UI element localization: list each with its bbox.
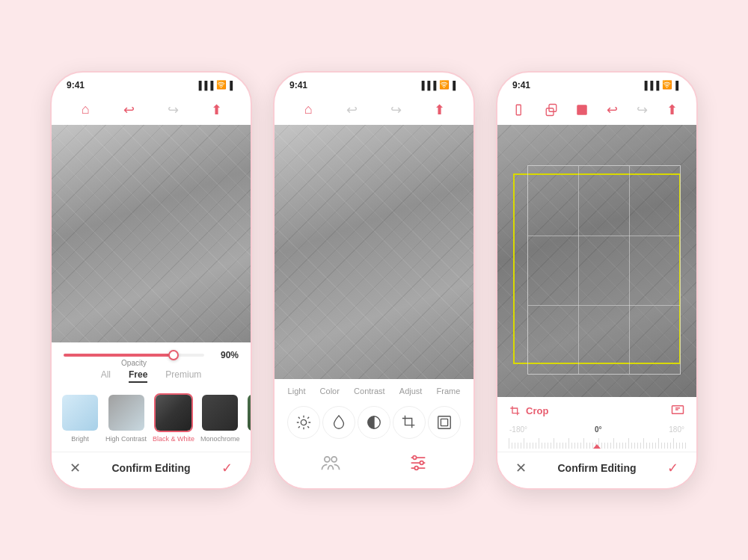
redo-icon[interactable]: ↪ [162, 99, 183, 120]
image-area-3 [497, 125, 696, 397]
crop-title-area: Crop [509, 405, 548, 417]
edit-panel: Light Color Contrast Adjust Frame [275, 379, 473, 488]
copy-icon[interactable] [541, 99, 562, 120]
redo-icon-2[interactable]: ↪ [385, 99, 406, 120]
tab-light[interactable]: Light [288, 387, 306, 396]
filter-list: Bright High Contrast Black & White Monoc… [52, 389, 251, 452]
tab-contrast[interactable]: Contrast [354, 387, 385, 396]
tab-adjust[interactable]: Adjust [399, 387, 423, 396]
svg-line-5 [298, 416, 300, 418]
svg-point-17 [413, 455, 417, 459]
ruler-track[interactable] [506, 434, 687, 449]
svg-line-7 [298, 426, 300, 428]
phones-container: 9:41 ▐▐▐ 🛜 ▌ ⌂ ↩ ↪ ⬆ [50, 71, 698, 490]
tab-premium[interactable]: Premium [165, 369, 201, 383]
undo-icon[interactable]: ↩ [119, 99, 140, 120]
cancel-button-1[interactable]: ✕ [70, 460, 81, 476]
toolbar-2: ⌂ ↩ ↪ ⬆ [275, 95, 473, 125]
home-icon[interactable]: ⌂ [75, 99, 96, 120]
redo-icon-3[interactable]: ↪ [631, 99, 652, 120]
phone-2: 9:41 ▐▐▐ 🛜 ▌ ⌂ ↩ ↪ ⬆ Light Color Contras… [273, 71, 475, 490]
ruler-right: 180° [669, 425, 684, 434]
square-icon[interactable] [571, 99, 592, 120]
tab-free[interactable]: Free [129, 369, 147, 383]
ruler-arrow [593, 444, 601, 449]
time-1: 9:41 [67, 80, 85, 90]
tool-crop[interactable] [393, 406, 426, 439]
action-bar-1: ✕ Confirm Editing ✓ [52, 452, 251, 488]
tool-frame[interactable] [428, 406, 461, 439]
cancel-button-3[interactable]: ✕ [515, 460, 527, 476]
status-bar-1: 9:41 ▐▐▐ 🛜 ▌ [52, 73, 251, 95]
status-icons-1: ▐▐▐ 🛜 ▌ [196, 80, 236, 90]
svg-rect-20 [516, 105, 521, 115]
tool-contrast[interactable] [358, 406, 390, 439]
crop-panel: Crop -180° 0° 180° [497, 397, 696, 488]
photo-bg-1 [52, 125, 251, 342]
ruler-labels: -180° 0° 180° [506, 425, 687, 434]
opacity-thumb[interactable] [168, 350, 179, 360]
crop-icon [509, 405, 521, 417]
people-icon[interactable] [320, 452, 341, 478]
toolbar-3: ↩ ↪ ⬆ [497, 95, 696, 125]
svg-rect-11 [441, 419, 447, 425]
filter-bright-label: Bright [71, 435, 89, 443]
filter-panel: Opacity 90% All Free Premium Bright [52, 342, 251, 488]
crop-label: Crop [526, 405, 548, 416]
photo-bg-2 [275, 125, 473, 379]
filter-tabs: All Free Premium [52, 365, 251, 389]
opacity-track[interactable]: Opacity [64, 354, 204, 357]
confirm-label-3: Confirm Editing [558, 462, 637, 474]
filter-bright[interactable]: Bright [61, 393, 99, 443]
filter-monochrome[interactable]: Monochrome [200, 393, 240, 443]
share-icon-3[interactable]: ⬆ [662, 99, 683, 120]
opacity-slider-container[interactable]: Opacity [64, 354, 204, 357]
rotation-ruler[interactable]: -180° 0° 180° [497, 422, 696, 452]
crop-grid [527, 165, 681, 375]
wifi-icon-2: 🛜 [439, 80, 450, 90]
tab-frame[interactable]: Frame [437, 387, 461, 396]
tune-icon[interactable] [408, 452, 429, 478]
filter-monochrome-label: Monochrome [200, 435, 240, 443]
signal-icon-3: ▐▐▐ [642, 81, 659, 90]
filter-vivid[interactable]: Vivid [246, 393, 251, 443]
battery-icon: ▌ [230, 81, 236, 90]
photo-bg-3 [497, 125, 696, 397]
edit-tabs: Light Color Contrast Adjust Frame [275, 379, 473, 400]
tab-color[interactable]: Color [320, 387, 340, 396]
filter-highcontrast[interactable]: High Contrast [105, 393, 147, 443]
share-icon[interactable]: ⬆ [206, 99, 227, 120]
undo-icon-3[interactable]: ↩ [601, 99, 622, 120]
confirm-button-1[interactable]: ✓ [221, 460, 233, 476]
phone-1: 9:41 ▐▐▐ 🛜 ▌ ⌂ ↩ ↪ ⬆ [50, 71, 252, 490]
tool-drop[interactable] [322, 406, 355, 439]
battery-icon-3: ▌ [675, 81, 681, 90]
wifi-icon-3: 🛜 [662, 80, 672, 90]
home-icon-2[interactable]: ⌂ [298, 99, 319, 120]
edit-tools-row [275, 400, 473, 446]
time-3: 9:41 [512, 80, 530, 90]
svg-rect-10 [438, 416, 450, 428]
filter-bw-label: Black & White [153, 435, 194, 443]
status-icons-2: ▐▐▐ 🛜 ▌ [419, 80, 459, 90]
ruler-left: -180° [509, 425, 527, 434]
signal-icon-2: ▐▐▐ [419, 81, 436, 90]
filter-bw[interactable]: Black & White [153, 393, 194, 443]
layers-icon[interactable] [511, 99, 532, 120]
undo-icon-2[interactable]: ↩ [342, 99, 363, 120]
ruler-center: 0° [595, 425, 602, 434]
confirm-label-1: Confirm Editing [112, 462, 191, 474]
tab-all[interactable]: All [101, 369, 111, 383]
tool-sun[interactable] [287, 406, 320, 439]
status-icons-3: ▐▐▐ 🛜 ▌ [642, 80, 681, 90]
svg-rect-23 [577, 105, 587, 115]
phone-3: 9:41 ▐▐▐ 🛜 ▌ [496, 71, 698, 490]
svg-point-12 [324, 456, 329, 461]
confirm-button-3[interactable]: ✓ [667, 460, 678, 476]
status-bar-3: 9:41 ▐▐▐ 🛜 ▌ [497, 73, 696, 95]
svg-line-8 [308, 416, 310, 418]
share-icon-2[interactable]: ⬆ [429, 99, 450, 120]
svg-line-6 [308, 426, 310, 428]
aspect-ratio-icon[interactable] [671, 403, 684, 419]
crop-header: Crop [497, 397, 696, 422]
